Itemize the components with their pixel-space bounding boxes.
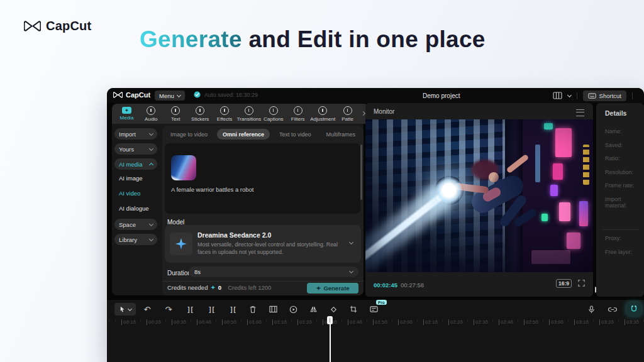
gen-tab-multiframes[interactable]: Multiframes bbox=[321, 129, 362, 140]
chevron-down-icon bbox=[177, 92, 181, 97]
undo-icon[interactable]: ↶ bbox=[141, 303, 153, 315]
chevron-right-icon bbox=[361, 111, 365, 115]
ribbon-tab-filters[interactable]: Filters bbox=[286, 106, 310, 122]
ribbon-tab-transitions[interactable]: Transitions bbox=[236, 106, 261, 122]
credits-row: Credits needed ✦ 0 Credits left 1200 bbox=[167, 284, 271, 291]
sidebar-item-ai-video[interactable]: AI video bbox=[119, 190, 140, 197]
menu-button[interactable]: Menu bbox=[155, 90, 185, 101]
project-name: Demo project bbox=[423, 92, 460, 99]
timeline-ruler[interactable]: 00:1000:2000:3000:4000:5001:0001:1001:20… bbox=[107, 318, 644, 326]
ribbon-tab-captions[interactable]: Captions bbox=[261, 106, 286, 122]
chevron-down-icon[interactable] bbox=[567, 92, 572, 97]
monitor-controls: 00:02:45 00:27:58 16:9 bbox=[365, 272, 593, 297]
ribbon-tab-effects[interactable]: Effects bbox=[213, 106, 237, 122]
timeline-toolbar: ↶ ↷ ][ ][ ][ bbox=[107, 302, 644, 317]
shortcut-button[interactable]: Shortcut bbox=[583, 90, 626, 101]
capcut-app-window: CapCut Menu Auto saved: 16:30:29 Demo pr… bbox=[107, 88, 644, 362]
aspect-ratio-badge[interactable]: 16:9 bbox=[556, 279, 572, 288]
playback-speed-icon[interactable] bbox=[287, 303, 299, 315]
gen-tab-text-to-video[interactable]: Text to video bbox=[274, 129, 317, 140]
sidebar-item-ai-dialogue[interactable]: AI dialogue bbox=[119, 205, 149, 212]
select-tool-button[interactable] bbox=[114, 303, 136, 315]
details-fields: Name: Saved: Ratio: Resolution: Frame ra… bbox=[605, 128, 644, 209]
divider bbox=[577, 92, 577, 99]
model-icon bbox=[170, 233, 192, 255]
ribbon-tab-label: Adjustment bbox=[310, 116, 335, 122]
ribbon-tab-media[interactable]: ✦ Media bbox=[114, 107, 139, 121]
divider bbox=[602, 229, 639, 230]
ruler-label: 01:20 bbox=[297, 319, 312, 325]
reference-thumbnail bbox=[171, 155, 196, 180]
layout-view-icon[interactable] bbox=[553, 92, 562, 99]
prompt-text: A female warrior battles a robot bbox=[171, 186, 253, 193]
panel-scrollbar[interactable] bbox=[360, 145, 362, 200]
auto-captions-icon[interactable] bbox=[367, 303, 380, 315]
detail-field: Free layer: bbox=[605, 249, 632, 255]
autosave-text: Auto saved: 16:30:29 bbox=[204, 92, 258, 98]
ribbon-tab-adjustment[interactable]: Adjustment bbox=[310, 106, 335, 122]
snap-magnet-toggle[interactable] bbox=[626, 302, 641, 315]
freeze-frame-icon[interactable] bbox=[267, 303, 279, 315]
gen-tab-image-to-video[interactable]: Image to video bbox=[165, 129, 213, 140]
sidebar-item-library[interactable]: Library bbox=[114, 234, 157, 245]
split-icon[interactable]: ][ bbox=[184, 303, 196, 315]
duration-value: 8s bbox=[194, 268, 201, 275]
ruler-label: 00:50 bbox=[222, 319, 236, 325]
transitions-icon bbox=[245, 106, 253, 115]
link-clips-icon[interactable] bbox=[606, 303, 619, 315]
playhead-handle[interactable] bbox=[327, 316, 333, 324]
credits-needed-label: Credits needed bbox=[167, 284, 208, 291]
model-selector[interactable]: Dreamina Seedance 2.0 Most versatile, di… bbox=[165, 225, 361, 263]
ribbon-tab-pattern[interactable]: Patte bbox=[335, 106, 360, 122]
delete-right-icon[interactable]: ][ bbox=[226, 303, 239, 315]
sidebar-item-import[interactable]: Import bbox=[114, 128, 157, 140]
mirror-icon[interactable] bbox=[307, 303, 319, 315]
redo-icon[interactable]: ↷ bbox=[162, 303, 175, 315]
divider bbox=[162, 281, 364, 282]
ribbon-tab-audio[interactable]: Audio bbox=[139, 106, 164, 122]
gen-tab-omni-reference[interactable]: Omni reference bbox=[217, 129, 270, 140]
sidebar-label: Library bbox=[119, 236, 137, 243]
video-preview[interactable] bbox=[365, 119, 593, 272]
credits-left: Credits left 1200 bbox=[228, 284, 271, 291]
sidebar-item-yours[interactable]: Yours bbox=[114, 143, 157, 155]
prompt-card[interactable]: A female warrior battles a robot bbox=[165, 143, 360, 214]
duration-dropdown[interactable]: 8s bbox=[189, 266, 358, 277]
rotate-icon[interactable] bbox=[327, 303, 340, 315]
vignette bbox=[365, 119, 593, 272]
monitor-panel: Monitor bbox=[365, 103, 593, 297]
detail-field: Saved: bbox=[605, 142, 644, 148]
ruler-label: 01:50 bbox=[373, 319, 387, 325]
ribbon-tab-label: Media bbox=[120, 115, 134, 121]
sidebar-item-space[interactable]: Space bbox=[114, 219, 157, 230]
ribbon-tab-label: Filters bbox=[291, 116, 305, 122]
sparkle-icon: ✦ bbox=[316, 285, 321, 292]
sidebar-item-ai-media[interactable]: AI media bbox=[114, 158, 157, 170]
ruler-label: 02:50 bbox=[524, 319, 538, 325]
timeline-panel: ↶ ↷ ][ ][ ][ bbox=[107, 299, 644, 362]
record-voiceover-icon[interactable] bbox=[585, 303, 597, 315]
shortcut-label: Shortcut bbox=[599, 92, 621, 99]
fullscreen-icon[interactable] bbox=[578, 280, 585, 287]
delete-icon[interactable] bbox=[247, 303, 259, 315]
ruler-label: 03:00 bbox=[549, 319, 564, 325]
monitor-menu-icon[interactable] bbox=[576, 109, 584, 116]
ribbon-tab-stickers[interactable]: Stickers bbox=[188, 106, 213, 122]
crop-icon[interactable] bbox=[347, 303, 360, 315]
ribbon-tab-text[interactable]: Text bbox=[164, 106, 188, 122]
sidebar-label: Import bbox=[119, 131, 136, 138]
chevron-up-icon bbox=[149, 162, 153, 167]
current-timecode: 00:02:45 bbox=[374, 282, 397, 288]
ruler-label: 02:20 bbox=[448, 319, 463, 325]
delete-left-icon[interactable]: ][ bbox=[205, 303, 218, 315]
capcut-logo-icon bbox=[113, 92, 123, 98]
chevron-down-icon bbox=[149, 146, 153, 150]
duration-label: Duration bbox=[167, 270, 191, 277]
total-timecode: 00:27:58 bbox=[401, 282, 424, 288]
model-description: Most versatile, director-level control a… bbox=[197, 241, 343, 256]
capcut-brand: CapCut bbox=[24, 19, 91, 33]
generate-button[interactable]: ✦Generate bbox=[307, 283, 358, 293]
sidebar-item-ai-image[interactable]: AI image bbox=[119, 175, 143, 182]
detail-field: Import material: bbox=[605, 196, 644, 209]
chevron-down-icon bbox=[128, 306, 132, 310]
